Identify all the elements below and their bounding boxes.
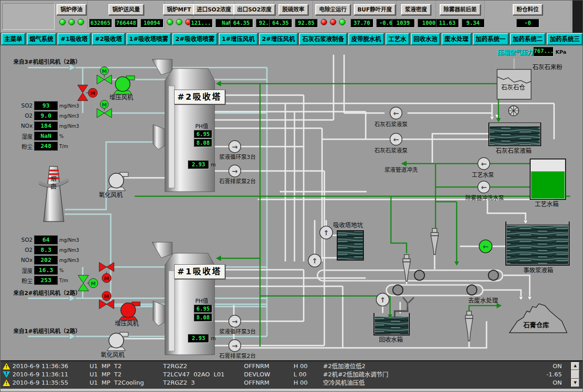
alarm-row[interactable]: !2010-6-9 11:36:36U1 MP T2T2RGZ2OFFNRMH … bbox=[0, 362, 583, 370]
tower1-level-unit: m bbox=[211, 336, 216, 342]
nav-tab[interactable]: 皮带脱水机 bbox=[348, 33, 384, 45]
header-button[interactable]: 锅炉MFT bbox=[163, 4, 194, 15]
header-button[interactable]: 锅炉停油 bbox=[57, 4, 86, 15]
nav-tab[interactable]: 1#吸收塔喷雾 bbox=[126, 33, 171, 45]
gypsum-pumps-2[interactable]: → bbox=[229, 165, 241, 177]
header-button[interactable]: 脱硫效率 bbox=[278, 4, 308, 15]
svg-text:M: M bbox=[104, 294, 109, 300]
limestone-slurry-pump-a[interactable]: ← bbox=[390, 107, 402, 119]
recovery-water-tank[interactable] bbox=[374, 313, 409, 335]
nav-tab[interactable]: #1吸收塔 bbox=[57, 33, 91, 45]
alarm-scrollbar[interactable]: ▲ ▼ bbox=[571, 362, 580, 387]
header-button[interactable]: 浆液密度 bbox=[401, 4, 430, 15]
limestone-slurry-tank[interactable] bbox=[489, 123, 541, 146]
tower1-nameplate: #1吸收塔 bbox=[174, 264, 225, 279]
nav-tab[interactable]: 加药系统一 bbox=[473, 33, 509, 45]
gypsum-pumps-1[interactable]: → bbox=[229, 340, 241, 352]
scroll-up-button[interactable]: ▲ bbox=[571, 362, 579, 370]
analyzer-value: NaN bbox=[34, 131, 58, 141]
svg-text:→: → bbox=[232, 143, 238, 151]
alarm-tag: T2LCV47 02AO L01 bbox=[163, 370, 244, 379]
digital-value: 766448 bbox=[115, 19, 138, 28]
process-water-pump[interactable]: ← bbox=[478, 158, 490, 170]
emergency-tank-pump[interactable]: ← bbox=[479, 240, 492, 253]
hydrocyclone-1[interactable] bbox=[403, 255, 410, 281]
nav-tab[interactable]: 废水处理 bbox=[441, 33, 471, 45]
header-button[interactable]: 除雾器前后差 bbox=[440, 4, 480, 15]
header-button[interactable]: 电除尘运行 bbox=[315, 4, 350, 15]
scroll-thumb[interactable] bbox=[571, 370, 579, 379]
oxidation-fan-1[interactable] bbox=[107, 332, 128, 351]
header-group: 粉仓料位-0 bbox=[485, 0, 571, 29]
alarm-row[interactable]: !2010-6-9 11:35:55U1 MP T2CoolingT2RGZ2 … bbox=[0, 379, 583, 387]
tower1-ph-label: PH值 bbox=[195, 298, 208, 305]
nav-tab[interactable]: 回收水池 bbox=[411, 33, 441, 45]
header-button[interactable]: 进口SO2浓度 bbox=[193, 4, 235, 15]
svg-text:←: ← bbox=[483, 243, 489, 251]
gyp-pumps-1-label: 石膏排浆泵2台 bbox=[219, 353, 256, 360]
inlet-valve-closed-f[interactable]: M bbox=[99, 291, 114, 309]
inlet-valve-open-c[interactable]: M bbox=[97, 100, 112, 118]
circulation-pumps-2[interactable]: → bbox=[229, 141, 241, 153]
alarm-value: ON bbox=[507, 379, 562, 387]
header-button[interactable]: 粉仓料位 bbox=[513, 4, 542, 15]
header-group: 出口SO2浓度64.3592.85 bbox=[235, 0, 274, 29]
chimney-label: 烟囱 bbox=[49, 176, 56, 191]
digital-value: 121... bbox=[190, 19, 213, 28]
pit-pump-a[interactable]: ↑ bbox=[320, 226, 333, 239]
analyzer-label: 湿度 bbox=[14, 267, 34, 274]
recovery-pump[interactable]: ↑ bbox=[376, 293, 389, 306]
scroll-down-button[interactable]: ▼ bbox=[571, 379, 579, 387]
status-led-green bbox=[59, 19, 66, 25]
hmi-screen: 锅炉停油锅炉送风量63206576644810094锅炉MFT进口SO2浓度12… bbox=[0, 0, 583, 392]
alarm-state: OFFNRM bbox=[244, 379, 294, 387]
nav-tab[interactable]: 烟气系统 bbox=[27, 33, 57, 45]
header-indicator-row bbox=[321, 19, 345, 25]
svg-text:M: M bbox=[91, 281, 96, 287]
nav-tab[interactable]: 1#增压风机 bbox=[219, 33, 258, 45]
analyzer-label: NOx bbox=[14, 257, 34, 263]
oxidation-fan-1-label: 氧化风机 bbox=[101, 352, 125, 358]
hydrocyclone-3[interactable] bbox=[465, 311, 473, 341]
circ-pumps-1-label: 浆液循环泵3台 bbox=[219, 329, 256, 335]
process-water-tank[interactable] bbox=[530, 159, 566, 199]
nav-tab[interactable]: 2#吸收塔喷雾 bbox=[172, 33, 217, 45]
nav-tab[interactable]: 工艺水 bbox=[385, 33, 409, 45]
oxidation-fan-2[interactable] bbox=[107, 172, 128, 191]
rotary-valve[interactable] bbox=[509, 106, 519, 116]
alarm-row[interactable]: !2010-6-9 11:36:11U1 MP T2T2LCV47 02AO L… bbox=[0, 370, 583, 379]
inlet-valve-open-a[interactable]: M bbox=[97, 67, 112, 84]
analyzer-label: SO2 bbox=[14, 237, 34, 243]
header-button[interactable]: BUF静叶开度 bbox=[354, 4, 396, 15]
header-button[interactable]: 锅炉送风量 bbox=[108, 4, 143, 15]
analyzer-unit: T/m bbox=[58, 144, 68, 149]
booster-fan-2[interactable] bbox=[113, 76, 135, 94]
inlet-valve-closed-b[interactable]: M bbox=[78, 85, 97, 101]
emergency-slurry-tank[interactable] bbox=[506, 222, 569, 265]
analyzer-row: 湿度16.3% bbox=[14, 266, 79, 274]
header-group: 浆液密度10391000 bbox=[396, 0, 436, 29]
header-group: 电除尘运行 bbox=[313, 0, 353, 29]
header-button[interactable]: 出口SO2浓度 bbox=[233, 4, 275, 15]
nav-tab[interactable]: 2#增压风机 bbox=[259, 33, 298, 45]
demister-flush-pump[interactable]: ← bbox=[478, 181, 490, 193]
recovery-tank-label: 回收水箱 bbox=[379, 336, 403, 343]
nav-tab[interactable]: 石灰石浆液制备 bbox=[299, 33, 347, 45]
pipe-flush-label: 浆液管道冲洗 bbox=[385, 167, 418, 174]
absorber-pit-tank[interactable] bbox=[337, 231, 363, 260]
limestone-slurry-pump-b[interactable]: ← bbox=[390, 133, 402, 145]
pit-pump-b[interactable]: ↑ bbox=[308, 254, 321, 267]
circulation-pumps-1[interactable]: → bbox=[229, 315, 241, 327]
tower1-level-value: 2.93 bbox=[188, 334, 209, 343]
analyzer-unit: mg/Nm3 bbox=[58, 124, 79, 129]
nav-tab[interactable]: #2吸收塔 bbox=[92, 33, 125, 45]
inlet-valve-closed-d[interactable]: M bbox=[99, 262, 114, 283]
nav-tab[interactable]: 主菜单 bbox=[1, 33, 25, 45]
nav-tab[interactable]: 加药系统三 bbox=[547, 33, 583, 45]
analyzer-label: O2 bbox=[14, 247, 34, 253]
nav-tab[interactable]: 加药系统二 bbox=[510, 33, 546, 45]
analyzer-value: 93 bbox=[34, 101, 58, 110]
hydrocyclone-2[interactable] bbox=[431, 228, 438, 255]
svg-text:↑: ↑ bbox=[323, 229, 329, 237]
inlet-valve-open-e[interactable]: M bbox=[78, 275, 98, 291]
